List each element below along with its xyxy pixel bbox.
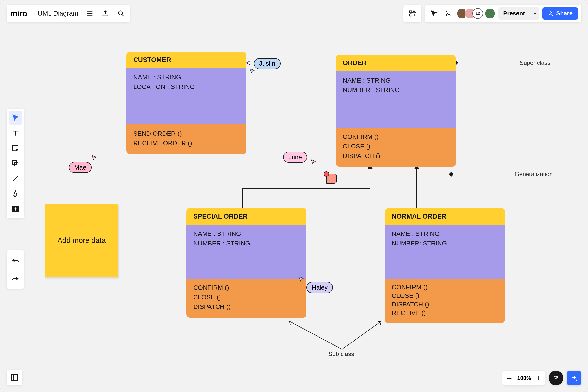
uml-attributes: NAME : STRING LOCATION : STRING — [126, 68, 246, 124]
cursor-icon — [310, 159, 316, 166]
cursor-icon — [249, 68, 255, 74]
uml-operations: CONFIRM () CLOSE () DISPATCH () RECEIVE … — [385, 278, 505, 323]
sticky-text: Add more data — [58, 236, 106, 244]
uml-class-normal-order[interactable]: NORMAL ORDER NAME : STRING NUMBER: STRIN… — [385, 208, 505, 323]
label-super-class: Super class — [520, 60, 550, 66]
comment-thread[interactable]: 3 — [326, 174, 337, 184]
collaborator-cursor-justin: Justin — [254, 58, 280, 69]
sticky-note[interactable]: Add more data — [45, 204, 118, 277]
connector-customer-order[interactable] — [0, 0, 588, 392]
uml-class-special-order[interactable]: SPECIAL ORDER NAME : STRING NUMBER : STR… — [186, 208, 306, 318]
cursor-icon — [91, 154, 97, 161]
comment-count-badge: 3 — [324, 171, 329, 177]
cursor-name: Mae — [69, 162, 92, 173]
collaborator-cursor-mae: Mae — [69, 162, 92, 173]
uml-class-customer[interactable]: CUSTOMER NAME : STRING LOCATION : STRING… — [126, 52, 246, 154]
cursor-name: Haley — [306, 282, 333, 293]
label-sub-class: Sub class — [328, 350, 354, 358]
uml-class-order[interactable]: ORDER NAME : STRING NUMBER : STRING CONF… — [336, 55, 456, 166]
uml-title: SPECIAL ORDER — [186, 208, 306, 225]
collaborator-cursor-haley: Haley — [306, 282, 333, 293]
uml-attributes: NAME : STRING NUMBER : STRING — [186, 225, 306, 278]
uml-title: CUSTOMER — [126, 52, 246, 68]
svg-line-19 — [342, 321, 381, 349]
uml-attributes: NAME : STRING NUMBER : STRING — [336, 71, 456, 128]
uml-operations: CONFIRM () CLOSE () DISPATCH () — [186, 278, 306, 318]
uml-operations: CONFIRM () CLOSE () DISPATCH () — [336, 128, 456, 166]
uml-operations: SEND ORDER () RECEIVE ORDER () — [126, 124, 246, 154]
cursor-name: Justin — [254, 58, 280, 69]
svg-line-18 — [289, 321, 342, 349]
uml-attributes: NAME : STRING NUMBER: STRING — [385, 225, 505, 278]
collaborator-cursor-june: June — [283, 152, 307, 163]
label-generalization: Generalization — [515, 171, 553, 178]
uml-title: NORMAL ORDER — [385, 208, 505, 225]
diamond-marker — [449, 172, 454, 177]
cursor-name: June — [283, 152, 307, 163]
canvas[interactable]: CUSTOMER NAME : STRING LOCATION : STRING… — [0, 0, 588, 392]
cursor-icon — [298, 276, 304, 282]
uml-title: ORDER — [336, 55, 456, 71]
